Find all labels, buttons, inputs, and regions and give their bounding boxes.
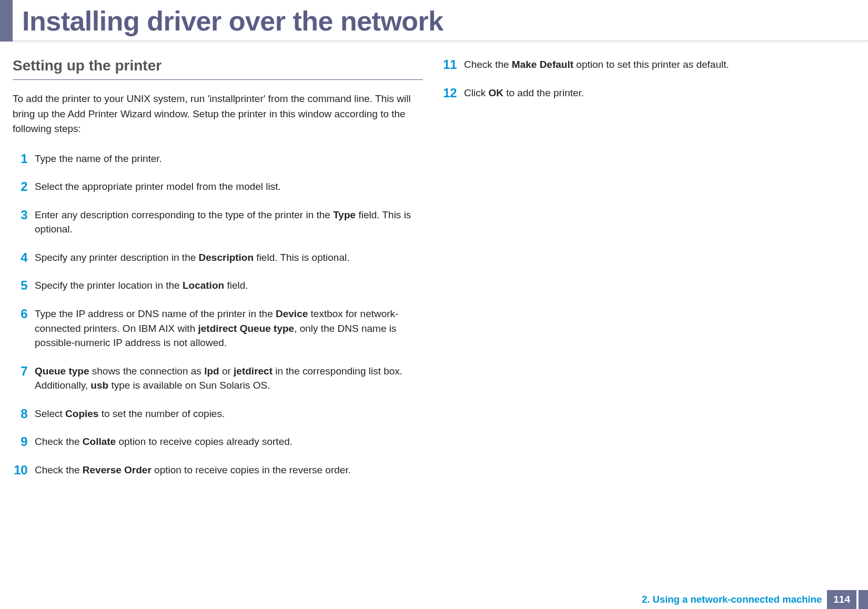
- step-number: 2: [13, 179, 35, 194]
- step-text: Specify the printer location in the Loca…: [35, 278, 423, 293]
- section-heading: Setting up the printer: [13, 57, 423, 80]
- left-column: Setting up the printer To add the printe…: [13, 57, 423, 491]
- step-item: 12Click OK to add the printer.: [442, 86, 852, 100]
- step-text: Check the Collate option to receive copi…: [35, 434, 423, 449]
- step-number: 6: [13, 307, 35, 321]
- step-number: 5: [13, 278, 35, 293]
- steps-right-container: 11Check the Make Default option to set t…: [442, 57, 852, 100]
- header-underline: [13, 40, 868, 42]
- step-number: 9: [13, 434, 35, 449]
- step-number: 11: [442, 57, 464, 72]
- step-item: 2Select the appropriate printer model fr…: [13, 179, 423, 194]
- page-header: Installing driver over the network: [0, 0, 868, 42]
- steps-left-container: 1Type the name of the printer.2Select th…: [13, 151, 423, 478]
- step-text: Enter any description corresponding to t…: [35, 208, 423, 237]
- step-item: 11Check the Make Default option to set t…: [442, 57, 852, 72]
- step-item: 10Check the Reverse Order option to rece…: [13, 463, 423, 478]
- step-item: 3Enter any description corresponding to …: [13, 208, 423, 237]
- page-footer: 2. Using a network-connected machine 114: [0, 590, 868, 609]
- step-number: 7: [13, 364, 35, 379]
- footer-chapter-text: 2. Using a network-connected machine: [642, 594, 822, 605]
- step-item: 1Type the name of the printer.: [13, 151, 423, 166]
- content-area: Setting up the printer To add the printe…: [0, 42, 868, 491]
- step-item: 7Queue type shows the connection as lpd …: [13, 364, 423, 393]
- step-text: Select the appropriate printer model fro…: [35, 179, 423, 194]
- step-number: 3: [13, 208, 35, 222]
- step-number: 12: [442, 86, 464, 100]
- step-item: 8Select Copies to set the number of copi…: [13, 407, 423, 421]
- step-text: Click OK to add the printer.: [464, 86, 852, 100]
- header-accent: [0, 0, 13, 42]
- step-item: 4Specify any printer description in the …: [13, 250, 423, 265]
- step-item: 5Specify the printer location in the Loc…: [13, 278, 423, 293]
- step-number: 4: [13, 250, 35, 265]
- step-number: 1: [13, 151, 35, 166]
- step-item: 9Check the Collate option to receive cop…: [13, 434, 423, 449]
- page-title: Installing driver over the network: [22, 5, 443, 37]
- footer-page-number: 114: [827, 590, 856, 609]
- step-text: Queue type shows the connection as lpd o…: [35, 364, 423, 393]
- step-text: Type the IP address or DNS name of the p…: [35, 307, 423, 350]
- step-number: 10: [13, 463, 35, 478]
- step-text: Select Copies to set the number of copie…: [35, 407, 423, 421]
- footer-edge-accent: [859, 590, 868, 609]
- step-number: 8: [13, 407, 35, 421]
- step-text: Type the name of the printer.: [35, 151, 423, 166]
- step-text: Specify any printer description in the D…: [35, 250, 423, 265]
- intro-text: To add the printer to your UNIX system, …: [13, 92, 423, 137]
- step-text: Check the Reverse Order option to receiv…: [35, 463, 423, 478]
- step-text: Check the Make Default option to set thi…: [464, 57, 852, 72]
- step-item: 6Type the IP address or DNS name of the …: [13, 307, 423, 350]
- right-column: 11Check the Make Default option to set t…: [442, 57, 852, 491]
